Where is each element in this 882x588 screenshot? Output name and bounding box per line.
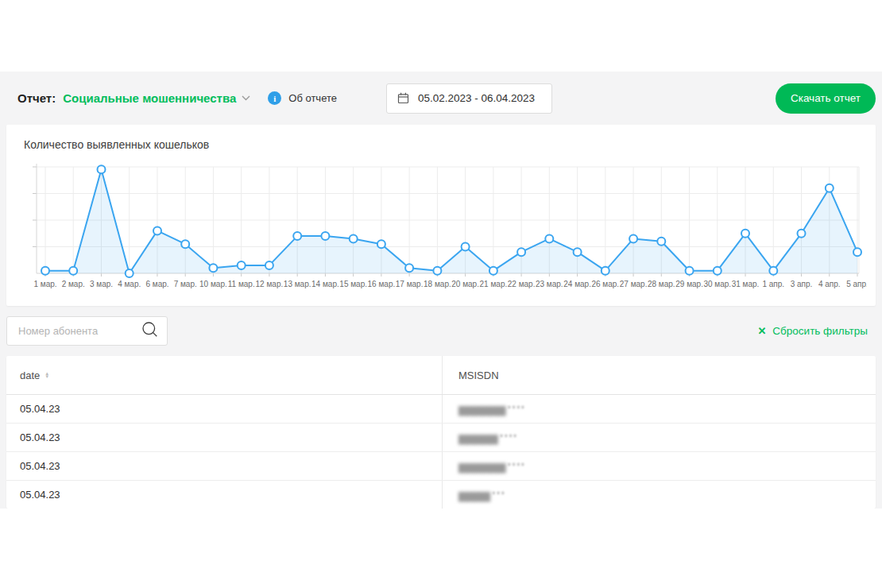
results-table: date ▲▼ MSISDN 05.04.23▆▆▆▆▆▆****05.04.2…	[6, 356, 876, 509]
chart-point[interactable]	[462, 243, 470, 251]
report-label: Отчет:	[17, 91, 56, 105]
x-axis-label: 7 мар.	[174, 280, 197, 288]
about-report-link[interactable]: i Об отчете	[268, 91, 337, 105]
subscriber-search-box	[6, 316, 168, 346]
x-axis-label: 12 мар.	[256, 280, 284, 288]
chart-point[interactable]	[153, 226, 161, 234]
chart-point[interactable]	[181, 240, 189, 248]
reset-filters-link[interactable]: ✕ Сбросить фильтры	[757, 325, 868, 337]
chart-point[interactable]	[209, 264, 217, 272]
close-icon: ✕	[757, 325, 766, 337]
chart-point[interactable]	[826, 184, 834, 192]
table-body: 05.04.23▆▆▆▆▆▆****05.04.23▆▆▆▆▆****05.04…	[6, 395, 876, 509]
chevron-down-icon	[242, 95, 250, 101]
bottom-whitespace	[0, 509, 882, 588]
x-axis-label: 26 мар.	[591, 280, 619, 288]
x-axis-label: 3 мар.	[90, 280, 113, 288]
chart-point[interactable]	[293, 232, 301, 240]
chart-point[interactable]	[853, 248, 861, 256]
chart-point[interactable]	[602, 267, 609, 275]
chart-point[interactable]	[321, 232, 329, 240]
about-report-label: Об отчете	[288, 92, 337, 104]
calendar-icon	[397, 92, 409, 104]
table-row: 05.04.23▆▆▆▆▆▆****	[6, 395, 876, 424]
chart-point[interactable]	[265, 261, 273, 269]
chart-point[interactable]	[629, 234, 637, 242]
chart-point[interactable]	[545, 234, 553, 242]
top-whitespace	[0, 0, 882, 72]
cell-date: 05.04.23	[20, 403, 60, 415]
x-axis-label: 14 мар.	[311, 280, 339, 288]
chart-point[interactable]	[798, 230, 806, 238]
cell-date: 05.04.23	[20, 431, 60, 443]
table-header-msisdn: MSISDN	[442, 356, 876, 394]
line-chart[interactable]: 1 мар.2 мар.3 мар.4 мар.6 мар.7 мар.10 м…	[18, 162, 866, 296]
x-axis-label: 27 мар.	[620, 280, 648, 288]
x-axis-label: 2 мар.	[62, 280, 85, 288]
search-button[interactable]	[141, 321, 159, 341]
chart-point[interactable]	[686, 267, 694, 275]
reset-filters-label: Сбросить фильтры	[772, 325, 868, 337]
x-axis-label: 5 апр.	[846, 280, 867, 288]
cell-msisdn: ▆▆▆▆▆▆****	[442, 452, 876, 480]
search-input[interactable]	[18, 325, 141, 337]
chart-point[interactable]	[657, 238, 665, 246]
x-axis-label: 17 мар.	[396, 280, 424, 288]
x-axis-label: 4 апр.	[818, 280, 841, 288]
x-axis-label: 24 мар.	[563, 280, 591, 288]
cell-msisdn: ▆▆▆▆▆****	[442, 424, 876, 451]
x-axis-label: 10 мар.	[199, 280, 227, 288]
chart-card: Количество выявленных кошельков 1 мар.2 …	[6, 125, 876, 306]
date-range-value: 05.02.2023 - 06.04.2023	[418, 92, 535, 104]
table-row: 05.04.23▆▆▆▆▆▆****	[6, 452, 876, 481]
x-axis-label: 4 мар.	[118, 280, 141, 288]
report-type-value: Социальные мошенничества	[63, 91, 236, 105]
report-type-select[interactable]: Социальные мошенничества	[63, 91, 250, 105]
line-chart-svg: 1 мар.2 мар.3 мар.4 мар.6 мар.7 мар.10 м…	[18, 162, 867, 293]
x-axis-label: 22 мар.	[508, 280, 536, 288]
chart-point[interactable]	[69, 267, 77, 275]
x-axis-label: 11 мар.	[228, 280, 255, 288]
chart-point[interactable]	[126, 269, 133, 277]
info-icon: i	[268, 91, 281, 105]
x-axis-label: 1 апр.	[762, 280, 784, 288]
x-axis-label: 18 мар.	[424, 280, 451, 288]
date-range-picker[interactable]: 05.02.2023 - 06.04.2023	[386, 83, 552, 114]
chart-point[interactable]	[574, 248, 582, 256]
x-axis-label: 3 апр.	[791, 280, 813, 288]
chart-point[interactable]	[98, 165, 106, 173]
x-axis-label: 30 мар.	[703, 280, 731, 288]
chart-point[interactable]	[741, 230, 749, 238]
x-axis-label: 13 мар.	[284, 280, 311, 288]
filter-row: ✕ Сбросить фильтры	[6, 306, 876, 356]
download-report-button[interactable]: Скачать отчет	[776, 83, 876, 114]
chart-point[interactable]	[377, 240, 385, 248]
report-toolbar: Отчет: Социальные мошенничества i Об отч…	[6, 72, 876, 125]
x-axis-label: 16 мар.	[368, 280, 396, 288]
table-header-date[interactable]: date ▲▼	[6, 356, 442, 394]
cell-date: 05.04.23	[20, 460, 60, 472]
cell-msisdn: ▆▆▆▆***	[442, 481, 876, 509]
x-axis-label: 15 мар.	[339, 280, 367, 288]
table-header-row: date ▲▼ MSISDN	[6, 356, 876, 395]
chart-point[interactable]	[405, 264, 413, 272]
chart-point[interactable]	[517, 248, 525, 256]
chart-point[interactable]	[714, 267, 721, 275]
x-axis-label: 31 мар.	[732, 280, 760, 288]
sort-icon: ▲▼	[44, 372, 49, 378]
x-axis-label: 23 мар.	[536, 280, 563, 288]
x-axis-label: 1 мар.	[33, 280, 56, 288]
chart-point[interactable]	[489, 267, 497, 275]
chart-point[interactable]	[350, 234, 358, 242]
chart-point[interactable]	[41, 267, 49, 275]
cell-date: 05.04.23	[20, 489, 60, 501]
cell-msisdn: ▆▆▆▆▆▆****	[442, 395, 876, 423]
x-axis-label: 28 мар.	[648, 280, 675, 288]
x-axis-label: 29 мар.	[675, 280, 703, 288]
search-icon	[141, 321, 159, 341]
chart-point[interactable]	[238, 261, 246, 269]
chart-point[interactable]	[433, 267, 441, 275]
x-axis-label: 21 мар.	[480, 280, 508, 288]
chart-point[interactable]	[769, 267, 777, 275]
x-axis-label: 6 мар.	[145, 280, 168, 288]
